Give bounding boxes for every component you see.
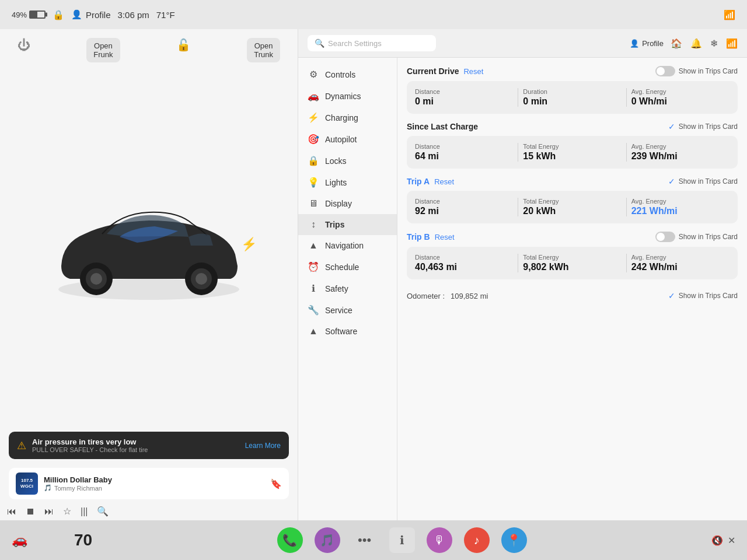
current-drive-card: Distance 0 mi Duration 0 min Avg. Energy… (407, 81, 738, 114)
since-last-charge-section: Since Last Charge ✓ Show in Trips Card D… (407, 122, 738, 169)
info-button[interactable]: ℹ (389, 527, 415, 553)
stop-button[interactable]: ⏹ (26, 506, 35, 517)
left-panel: ⏻ Open Frunk 🔓 Open Trunk (0, 29, 298, 520)
sidebar-item-display[interactable]: 🖥 Display (298, 193, 397, 214)
snowflake-icon[interactable]: ❄ (710, 38, 718, 49)
controls-icon: ⚙ (308, 69, 319, 80)
trip-b-total-energy-value: 9,802 kWh (523, 262, 621, 272)
since-total-energy-label: Total Energy (523, 143, 621, 150)
trips-content: Current Drive Reset Show in Trips Card D… (397, 58, 747, 520)
header-profile[interactable]: 👤 Profile (630, 39, 664, 48)
trip-a-distance: Distance 92 mi (415, 198, 513, 216)
trip-a-avg-energy: Avg. Energy 221 Wh/mi (631, 198, 729, 216)
battery-tip (46, 13, 47, 17)
search-box[interactable]: 🔍 Search Settings (308, 35, 436, 51)
current-drive-reset[interactable]: Reset (463, 67, 483, 76)
next-button[interactable]: ⏭ (44, 506, 54, 517)
nav-button[interactable]: 📍 (501, 527, 527, 553)
current-drive-switch[interactable] (655, 66, 675, 76)
divider-3 (518, 143, 518, 162)
trip-b-toggle[interactable]: Show in Trips Card (655, 232, 738, 242)
close-icon[interactable]: ✕ (728, 535, 735, 546)
profile-person-icon: 👤 (630, 39, 639, 48)
equalizer-icon[interactable]: ||| (81, 506, 88, 517)
music-artist: 🎵 Tommy Richman (44, 484, 264, 492)
current-distance-label: Distance (415, 88, 513, 95)
current-drive-knob (657, 67, 665, 75)
car-controls-top: ⏻ Open Frunk 🔓 Open Trunk (0, 29, 298, 71)
svg-text:⚡: ⚡ (241, 236, 257, 252)
open-trunk-button[interactable]: Open Trunk (247, 38, 280, 62)
dynamics-label: Dynamics (325, 92, 361, 101)
music-info: Million Dollar Baby 🎵 Tommy Richman (44, 475, 264, 492)
learn-more-link[interactable]: Learn More (245, 442, 281, 450)
trip-b-show-label: Show in Trips Card (679, 233, 738, 241)
software-icon: ▲ (308, 326, 319, 337)
volume-icon[interactable]: 🔇 (711, 535, 723, 546)
open-frunk-button[interactable]: Open Frunk (86, 38, 120, 62)
phone-button[interactable]: 📞 (277, 527, 303, 553)
header-profile-label: Profile (642, 39, 664, 48)
odometer-toggle[interactable]: ✓ Show in Trips Card (668, 291, 738, 300)
trip-a-total-energy-label: Total Energy (523, 198, 621, 205)
sidebar-item-navigation[interactable]: ▲ Navigation (298, 235, 397, 256)
safety-label: Safety (325, 284, 348, 293)
trip-b-knob (657, 233, 665, 241)
svg-point-6 (196, 273, 207, 285)
taskbar-car-icon[interactable]: 🚗 (12, 533, 27, 548)
current-drive-toggle[interactable]: Show in Trips Card (655, 66, 738, 76)
power-icon[interactable]: ⏻ (18, 38, 30, 62)
divider-8 (626, 254, 627, 272)
sidebar-item-dynamics[interactable]: 🚗 Dynamics (298, 85, 397, 107)
trip-b-section: Trip B Reset Show in Trips Card Distance (407, 232, 738, 279)
trip-a-reset[interactable]: Reset (434, 177, 454, 186)
station-logo: 107.5WGCI (16, 473, 38, 495)
bookmark-icon[interactable]: 🔖 (270, 478, 282, 489)
search-music-icon[interactable]: 🔍 (97, 506, 109, 517)
sidebar-item-service[interactable]: 🔧 Service (298, 299, 397, 321)
home-icon[interactable]: 🏠 (671, 38, 682, 49)
display-icon: 🖥 (308, 198, 319, 209)
trip-b-reset[interactable]: Reset (435, 233, 455, 242)
status-bar: 49% 🔒 👤 Profile 3:06 pm 71°F 📶 (0, 0, 747, 29)
trip-b-distance-label: Distance (415, 254, 513, 261)
prev-button[interactable]: ⏮ (7, 506, 16, 517)
music-button[interactable]: ♪ (464, 527, 490, 553)
settings-body: ⚙ Controls 🚗 Dynamics ⚡ Charging 🎯 Autop… (298, 58, 747, 520)
display-label: Display (325, 199, 352, 208)
podcast-button[interactable]: 🎙 (427, 527, 452, 553)
sidebar-item-autopilot[interactable]: 🎯 Autopilot (298, 128, 397, 150)
audio-button[interactable]: 🎵 (315, 527, 340, 553)
trip-a-header: Trip A Reset ✓ Show in Trips Card (407, 177, 738, 186)
trip-b-total-energy-label: Total Energy (523, 254, 621, 261)
profile-header[interactable]: 👤 Profile (71, 9, 111, 20)
sidebar-item-locks[interactable]: 🔒 Locks (298, 150, 397, 172)
sidebar-item-trips[interactable]: ↕ Trips (298, 214, 397, 235)
autopilot-icon: 🎯 (308, 134, 319, 145)
alert-subtitle: PULL OVER SAFELY - Check for flat tire (32, 446, 239, 453)
sidebar-item-charging[interactable]: ⚡ Charging (298, 107, 397, 128)
profile-label: Profile (86, 10, 111, 20)
alert-icon: ⚠ (17, 439, 26, 452)
trip-b-switch[interactable] (655, 232, 675, 242)
lights-label: Lights (325, 178, 347, 187)
sidebar-item-safety[interactable]: ℹ Safety (298, 278, 397, 299)
sidebar-item-lights[interactable]: 💡 Lights (298, 172, 397, 193)
since-last-charge-header: Since Last Charge ✓ Show in Trips Card (407, 122, 738, 131)
sidebar-item-schedule[interactable]: ⏰ Schedule (298, 256, 397, 278)
trip-a-toggle[interactable]: ✓ Show in Trips Card (668, 177, 738, 186)
charging-label: Charging (325, 113, 358, 123)
battery-bar (29, 10, 46, 19)
sidebar-item-software[interactable]: ▲ Software (298, 321, 397, 342)
trip-b-avg-energy-label: Avg. Energy (631, 254, 729, 261)
current-duration-value: 0 min (523, 96, 621, 107)
trip-a-distance-value: 92 mi (415, 206, 513, 216)
bell-icon[interactable]: 🔔 (690, 38, 702, 49)
more-button[interactable]: ••• (352, 527, 378, 553)
sidebar-item-controls[interactable]: ⚙ Controls (298, 64, 397, 85)
favorite-button[interactable]: ☆ (63, 506, 71, 517)
locks-label: Locks (325, 156, 347, 166)
alert-banner: ⚠ Air pressure in tires very low PULL OV… (9, 432, 289, 459)
software-label: Software (325, 327, 357, 336)
since-charge-toggle[interactable]: ✓ Show in Trips Card (668, 122, 738, 131)
